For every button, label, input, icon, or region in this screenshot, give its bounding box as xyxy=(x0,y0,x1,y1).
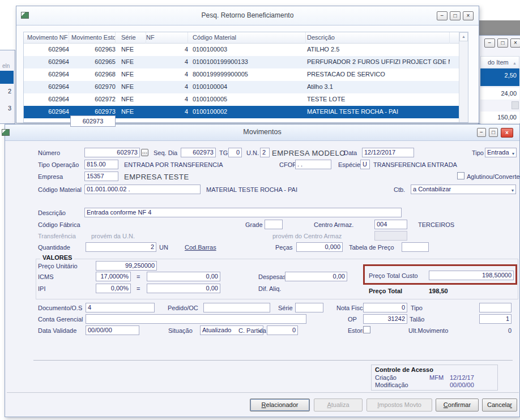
nota-fiscal-field[interactable]: 0 xyxy=(363,303,407,312)
serie-field[interactable] xyxy=(295,303,323,312)
movimentos-window-title: Movimentos xyxy=(243,128,281,136)
cell-movimento-estoque: 602963 xyxy=(71,46,116,53)
pesq-titlebar[interactable]: Pesq. Retorno Beneficiamento − □ × xyxy=(16,6,479,25)
c-partida-field[interactable]: 0 xyxy=(267,325,298,335)
maximize-icon[interactable]: □ xyxy=(497,38,508,48)
criacao-label: Criação xyxy=(375,374,397,381)
desktop-background-patch xyxy=(478,20,520,36)
aglutinou-checkbox[interactable] xyxy=(457,172,464,179)
conta-gerencial-field[interactable] xyxy=(86,314,306,324)
un-field[interactable]: 2 xyxy=(260,148,270,157)
confirmar-button[interactable]: Confirmar xyxy=(436,398,479,412)
seq-dia-field[interactable]: 602973 xyxy=(181,148,216,157)
un-nome-text: EMPRESA MODELO xyxy=(272,149,346,157)
despesas-field[interactable]: 0,00 xyxy=(285,272,347,281)
especie-label: Espécie xyxy=(338,161,360,168)
tipo-select[interactable]: Entrada▾ xyxy=(485,148,517,157)
documento-field[interactable]: 4 xyxy=(86,303,155,312)
preco-total-custo-field[interactable]: 198,50000 xyxy=(429,271,514,280)
pedido-field[interactable] xyxy=(203,303,270,312)
descricao-field[interactable]: Entrada conforme NF 4 xyxy=(84,208,402,217)
table-row[interactable]: 602964 602972 NFE 4 0100100005 TESTE LOT… xyxy=(24,93,468,106)
cfop-field[interactable]: . . xyxy=(295,160,331,169)
op-field[interactable]: 31242 xyxy=(363,314,407,324)
pesq-window-title: Pesq. Retorno Beneficiamento xyxy=(202,11,294,19)
talao-field[interactable]: 1 xyxy=(479,314,512,324)
table-scrollbar[interactable]: ▲ xyxy=(459,32,468,122)
maximize-icon[interactable]: □ xyxy=(489,128,498,137)
item-cell[interactable]: 150,00 xyxy=(480,112,519,124)
ctb-select[interactable]: a Contabilizar▾ xyxy=(411,185,516,194)
provem-centro-text: provém do Centro Armaz xyxy=(272,233,342,239)
cancelar-button[interactable]: Cancelar xyxy=(482,398,517,412)
close-icon[interactable]: × xyxy=(501,128,513,138)
atualiza-button[interactable]: Atualiza xyxy=(314,398,363,412)
tabela-preco-field[interactable] xyxy=(402,242,429,252)
preco-total-value: 198,50 xyxy=(429,288,448,294)
tg-field[interactable]: 0 xyxy=(228,148,242,157)
column-header[interactable]: Movimento NF xyxy=(27,32,69,44)
column-header[interactable]: NF xyxy=(146,32,188,44)
item-cell[interactable]: 24,00 xyxy=(480,88,519,100)
data-field[interactable]: 12/12/2017 xyxy=(362,148,414,157)
cell-serie: NFE xyxy=(121,108,146,115)
close-icon[interactable]: × xyxy=(463,11,474,20)
browse-icon[interactable]: … xyxy=(141,149,148,156)
dif-aliq-label: Dif. Aliq. xyxy=(258,285,281,292)
especie-field[interactable]: U xyxy=(360,160,370,169)
column-header[interactable]: Série xyxy=(121,32,146,44)
icms-valor-field[interactable]: 0,00 xyxy=(147,272,220,281)
minimize-icon[interactable]: − xyxy=(484,38,495,48)
scrollbar-thumb[interactable] xyxy=(512,101,519,109)
cod-barras-link[interactable]: Cod.Barras xyxy=(185,244,216,251)
descricao-label: Descrição xyxy=(38,209,66,216)
table-row[interactable]: 602964 602968 NFE 4 8000199999900005 PRE… xyxy=(24,68,468,81)
cell-nf: 4 xyxy=(146,71,188,78)
controle-acesso-box: Controle de Acesso Criação MFM 12/12/17 … xyxy=(371,365,498,391)
close-icon[interactable]: × xyxy=(510,38,520,48)
valores-label: VALORES xyxy=(40,254,74,261)
item-column-header[interactable]: do Item ▲ xyxy=(480,56,519,68)
divider xyxy=(7,392,519,393)
inline-cell-editor[interactable]: 602973 xyxy=(70,115,116,127)
cell-codigo-material: 0100100004 xyxy=(193,83,306,90)
tipo-operacao-field[interactable]: 815.00 xyxy=(84,160,118,169)
movimentos-titlebar[interactable]: Movimentos − □ × xyxy=(5,125,519,141)
table-row[interactable]: 602964 602965 NFE 4 0100100199900133 PER… xyxy=(24,56,468,68)
table-header-row[interactable]: Movimento NF Movimento Estoque Série NF … xyxy=(24,32,468,44)
minimize-icon[interactable]: − xyxy=(437,11,447,20)
minimize-icon[interactable]: − xyxy=(477,128,486,137)
pecas-field[interactable]: 0,000 xyxy=(296,242,343,252)
ipi-valor-field[interactable]: 0,00 xyxy=(147,284,220,293)
fragment-selected-cell[interactable] xyxy=(0,71,14,84)
preco-unitario-field[interactable]: 99,250000 xyxy=(96,261,157,271)
scroll-up-icon[interactable]: ▲ xyxy=(513,58,517,69)
grade-field[interactable] xyxy=(265,220,283,229)
impostos-movto-button[interactable]: Impostos Movto xyxy=(366,398,432,412)
item-cell-selected[interactable]: 2,50 xyxy=(480,68,519,87)
tipo2-field[interactable] xyxy=(479,303,512,312)
equals-sign: = xyxy=(137,273,140,280)
ipi-pct-field[interactable]: 0,00% xyxy=(96,284,131,293)
column-header[interactable]: Código Material xyxy=(193,32,306,44)
conta-gerencial-label: Conta Gerencial xyxy=(38,316,83,323)
column-header[interactable]: Movimento Estoque xyxy=(71,32,116,44)
column-header[interactable]: Descrição xyxy=(307,32,450,44)
icms-pct-field[interactable]: 17,0000% xyxy=(96,272,131,281)
maximize-icon[interactable]: □ xyxy=(450,11,461,20)
scroll-up-icon[interactable]: ▲ xyxy=(459,32,468,41)
preco-unitario-label: Preço Unitário xyxy=(38,263,78,269)
numero-field[interactable]: 602973 xyxy=(84,148,140,157)
data-validade-field[interactable]: 00/00/00 xyxy=(86,325,139,335)
quantidade-field[interactable]: 2 xyxy=(86,242,156,252)
chevron-down-icon: ▾ xyxy=(512,186,514,194)
estorno-checkbox[interactable] xyxy=(363,326,370,333)
table-row[interactable]: 602964 602970 NFE 4 0100100004 Atilho 3.… xyxy=(24,81,468,93)
app-icon xyxy=(2,129,10,136)
op-label: OP xyxy=(348,316,357,323)
centro-armaz-field[interactable]: 004 xyxy=(374,220,407,229)
codigo-material-field[interactable]: 01.001.000.02 . xyxy=(84,185,201,194)
relacionador-button[interactable]: Relacionador xyxy=(250,398,310,412)
empresa-field[interactable]: 15357 xyxy=(84,172,118,181)
table-row[interactable]: 602964 602963 NFE 4 0100100003 ATILHO 2.… xyxy=(24,44,468,56)
